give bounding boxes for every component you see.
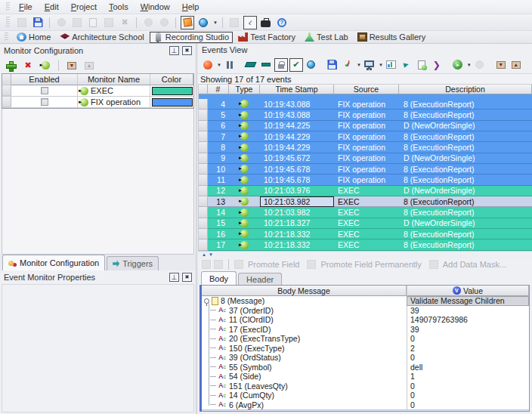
launch-toggle[interactable] — [181, 16, 194, 29]
tree-row[interactable]: Ac 54 (Side) 1 — [202, 372, 529, 382]
table-row[interactable]: 13 10:21:03.982 EXEC 8 (ExecutionReport) — [199, 196, 532, 207]
tab-header[interactable]: Header — [238, 273, 282, 285]
copy-button[interactable] — [102, 16, 116, 29]
toolbar-grip[interactable] — [5, 32, 8, 41]
paste-button[interactable] — [86, 16, 100, 29]
menu-item[interactable]: Help — [176, 1, 206, 13]
table-row[interactable]: 11 10:19:45.678 FIX operation 8 (Executi… — [199, 175, 532, 185]
table-row[interactable]: 7 10:19:44.229 FIX operation 8 (Executio… — [199, 131, 532, 142]
menu-item[interactable]: Tools — [103, 1, 135, 13]
enabled-checkbox[interactable] — [41, 98, 48, 106]
save-button[interactable] — [31, 16, 45, 29]
stop-button[interactable] — [473, 58, 487, 72]
column-header-name[interactable]: Monitor Name — [78, 74, 150, 85]
import-events-button[interactable]: ▼ — [494, 58, 508, 72]
search-button[interactable] — [54, 16, 68, 29]
perspective-tab[interactable]: Results Gallery — [354, 32, 430, 43]
chevron-down-icon[interactable]: ▼ — [379, 63, 383, 67]
user-button[interactable] — [227, 16, 241, 29]
table-row[interactable]: 8 10:19:44.229 FIX operation 8 (Executio… — [199, 142, 532, 153]
reset-button[interactable] — [305, 58, 318, 72]
menu-item[interactable]: File — [13, 1, 39, 13]
table-row[interactable]: 15 10:21:18.327 EXEC D (NewOrderSingle) — [199, 218, 532, 229]
delete-monitor-button[interactable]: ✖ — [21, 59, 35, 73]
menu-item[interactable]: Project — [65, 1, 103, 13]
column-header-enabled[interactable]: Enabled — [11, 74, 78, 85]
table-row[interactable]: 5 10:19:43.088 FIX operation 8 (Executio… — [199, 110, 532, 120]
tree-row[interactable]: Ac 37 (OrderID) 39 — [202, 306, 529, 316]
monitor-row[interactable]: FIX operation — [2, 97, 193, 108]
table-row[interactable]: 10 10:19:45.678 FIX operation 8 (Executi… — [199, 164, 532, 175]
column-header-time[interactable]: Time Stamp — [260, 85, 334, 94]
close-button[interactable]: ✖ — [182, 273, 192, 282]
chevron-down-icon[interactable]: ▼ — [213, 20, 218, 25]
table-row[interactable]: 6 10:19:44.225 FIX operation D (NewOrder… — [199, 121, 532, 131]
table-row[interactable]: 4 10:19:43.088 FIX operation 8 (Executio… — [199, 99, 532, 110]
filter-button[interactable]: ✔ — [341, 58, 354, 72]
tree-row[interactable]: Ac 11 (ClOrdID) 1490797263986 — [202, 315, 529, 325]
view-button[interactable] — [363, 58, 376, 72]
promote-field-permanently-button[interactable]: Promote Field Permanently — [320, 260, 421, 269]
save-events-button[interactable] — [326, 58, 339, 72]
tree-row[interactable]: Ac 6 (AvgPx) 0 — [202, 400, 529, 410]
tree-row[interactable]: Ac 17 (ExecID) 39 — [202, 325, 529, 335]
pull-monitor-button[interactable] — [39, 59, 52, 73]
enabled-checkbox[interactable] — [41, 87, 48, 94]
column-header-color[interactable]: Color — [150, 74, 193, 85]
settings-toggle[interactable]: ⌐ — [243, 16, 257, 29]
color-swatch[interactable] — [152, 98, 193, 107]
tree-row[interactable]: Ac 20 (ExecTransType) 0 — [202, 334, 529, 344]
workspace-button[interactable] — [259, 16, 273, 29]
tree-row[interactable]: Ac 14 (CumQty) 0 — [202, 391, 529, 400]
toolbar-grip[interactable] — [6, 2, 10, 12]
new-button[interactable] — [15, 16, 29, 29]
tree-row[interactable]: Ac 55 (Symbol) dell — [202, 363, 529, 372]
monitor-row[interactable]: EXEC — [2, 85, 193, 97]
validate-toggle[interactable]: ✔ — [289, 58, 303, 72]
lock-toggle[interactable] — [274, 58, 288, 72]
table-row[interactable]: 16 10:21:18.332 EXEC 8 (ExecutionReport) — [199, 229, 532, 239]
column-header-num[interactable]: # — [208, 85, 229, 94]
add-data-mask-button[interactable]: Add Data Mask... — [443, 260, 506, 269]
remove-event-button[interactable] — [259, 58, 273, 72]
tree-row[interactable]: Ac 39 (OrdStatus) 0 — [202, 353, 529, 363]
column-header-source[interactable]: Source — [334, 85, 399, 94]
export-report-button[interactable] — [415, 58, 428, 72]
toolbar-grip[interactable] — [6, 17, 10, 28]
horizontal-splitter[interactable]: ▲ ▼ — [198, 251, 532, 258]
tree-row[interactable]: Ac 151 (LeavesQty) 0 — [202, 382, 529, 391]
column-header-body-message[interactable]: Body Message — [202, 286, 407, 296]
run-button[interactable]: ► — [451, 58, 465, 72]
perspective-tab[interactable]: Architecture School — [56, 32, 147, 43]
tab-triggers[interactable]: Triggers — [107, 256, 159, 270]
chevron-down-icon[interactable]: ▼ — [217, 63, 221, 67]
delete-button[interactable]: ✖ — [118, 16, 131, 29]
import-monitors-button[interactable]: ▼ — [65, 59, 79, 73]
chevron-down-icon[interactable]: ▼ — [467, 63, 472, 67]
table-row[interactable]: 14 10:21:03.982 EXEC 8 (ExecutionReport) — [199, 207, 532, 218]
splitter-up-icon[interactable]: ▲ — [202, 252, 206, 257]
add-monitor-button[interactable] — [4, 59, 17, 73]
column-header-description[interactable]: Description — [399, 85, 532, 94]
chart-button[interactable] — [385, 58, 398, 72]
tab-monitor-configuration[interactable]: Monitor Configuration — [2, 255, 105, 270]
back-button[interactable] — [141, 16, 155, 29]
menu-item[interactable]: Window — [135, 1, 176, 13]
table-row[interactable]: 17 10:21:18.332 EXEC 8 (ExecutionReport) — [199, 239, 532, 250]
splitter-down-icon[interactable]: ▼ — [209, 252, 213, 257]
help-button[interactable]: ? — [275, 16, 289, 29]
perspective-tab[interactable]: Test Factory — [234, 32, 299, 43]
tab-body[interactable]: Body — [201, 271, 237, 285]
perspective-tab[interactable]: Recording Studio — [150, 32, 233, 43]
pin-button[interactable]: ⊥ — [169, 46, 179, 55]
forward-button[interactable] — [157, 16, 171, 29]
add-button[interactable] — [70, 16, 84, 29]
perspective-tab[interactable]: Test Lab — [301, 32, 352, 43]
record-button[interactable] — [201, 58, 215, 72]
promote-field-button[interactable]: Promote Field — [248, 260, 299, 269]
erase-events-button[interactable] — [244, 58, 258, 72]
message-value-cell[interactable]: Validate Message Children — [407, 296, 529, 306]
send-button[interactable]: ► — [400, 58, 413, 72]
pin-button[interactable]: ⊥ — [169, 273, 179, 282]
close-button[interactable]: ✖ — [182, 46, 192, 55]
